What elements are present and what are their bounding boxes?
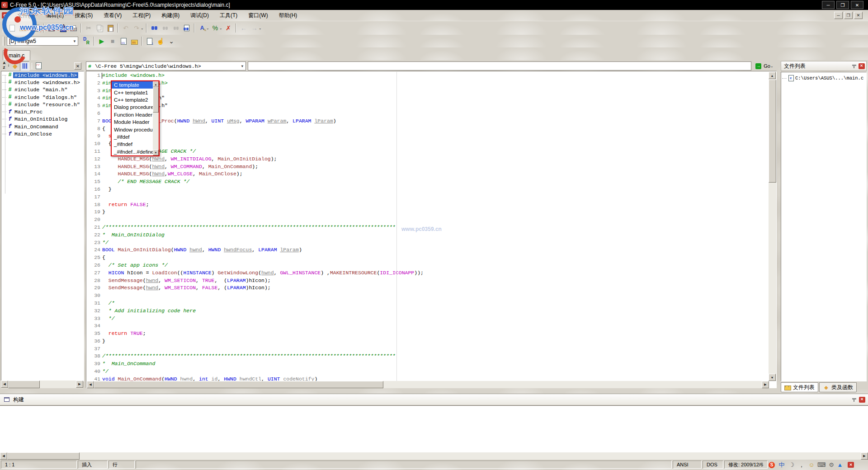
code-line[interactable]: 22* Main_OnInitDialog (87, 231, 769, 239)
pin-icon[interactable] (852, 64, 857, 69)
code-line[interactable]: 40*/ (87, 368, 769, 376)
code-line[interactable]: 9 switch (uMsg) (87, 132, 769, 140)
panel-tab-classes[interactable]: ◆类及函数 (819, 382, 857, 392)
clear-highlight-button[interactable]: ✗ (223, 23, 234, 33)
code-template-popup[interactable]: C templateC++ template1C++ template2Dial… (111, 80, 160, 156)
code-line[interactable]: 41void Main_OnCommand(HWND hwnd, int id,… (87, 376, 769, 381)
sidebar-hscrollbar[interactable]: ◀ ▶ (1, 381, 83, 388)
close-button[interactable]: ✕ (851, 1, 863, 9)
symbol-include[interactable]: ##include "dialogs.h" (1, 94, 84, 101)
redo-button[interactable]: ↷ (131, 23, 142, 33)
sort-sequence-button[interactable] (20, 61, 29, 71)
toolbar-more-button[interactable]: ⌄ (166, 36, 177, 47)
ime-chinese-mode-icon[interactable]: 中 (778, 461, 786, 469)
symbol-include[interactable]: ##include <windows.h> (1, 71, 84, 79)
scroll-up-icon[interactable]: ▲ (769, 72, 776, 79)
menu-e[interactable]: 编辑(E) (40, 10, 69, 21)
find-button[interactable] (149, 23, 160, 33)
scroll-down-icon[interactable]: ▼ (153, 150, 159, 155)
code-line[interactable]: 8{ (87, 125, 769, 133)
template-item[interactable]: Window procedure (112, 126, 153, 133)
code-line[interactable]: 31 /* (87, 300, 769, 307)
chevron-down-icon[interactable]: ▼ (239, 64, 245, 68)
code-line[interactable]: 34 (87, 322, 769, 330)
mdi-minimize-button[interactable]: ─ (834, 12, 843, 19)
scroll-right-icon[interactable]: ▶ (762, 381, 769, 388)
panel-close-icon[interactable] (859, 396, 865, 404)
template-item[interactable]: _#ifdef (112, 133, 153, 141)
symbol-function[interactable]: fMain_OnCommand (1, 123, 84, 130)
scroll-right-icon[interactable]: ▶ (76, 381, 83, 388)
symbol-function[interactable]: fMain_OnClose (1, 130, 84, 137)
menu-s[interactable]: 搜索(S) (69, 10, 98, 21)
code-line[interactable]: 17 (87, 193, 769, 201)
code-line[interactable]: 12 HANDLE_MSG(hWnd, WM_INITDIALOG, Main_… (87, 155, 769, 163)
save-button[interactable] (46, 23, 57, 33)
scroll-down-icon[interactable]: ▼ (769, 374, 776, 381)
toolbar-grip[interactable] (3, 37, 5, 46)
mdi-restore-button[interactable]: ❐ (844, 12, 853, 19)
highlight-button[interactable] (197, 23, 208, 33)
code-line[interactable]: 4#include "dialogs.h" (87, 94, 769, 102)
build-button[interactable] (129, 36, 140, 47)
code-line[interactable]: 38/*************************************… (87, 352, 769, 360)
code-line[interactable]: 36} (87, 338, 769, 345)
navigate-forward-button[interactable]: → (249, 23, 260, 33)
ime-close-icon[interactable] (847, 461, 855, 469)
new-project-button[interactable] (31, 23, 42, 33)
sidebar-close-button[interactable]: ✕ (74, 62, 81, 70)
find-next-button[interactable] (160, 23, 170, 33)
menu-t[interactable]: 工具(T) (214, 10, 243, 21)
chevron-down-icon[interactable]: ▼ (71, 39, 78, 43)
code-line[interactable]: 3#include "main.h" (87, 87, 769, 95)
build-output[interactable] (0, 405, 868, 452)
code-line[interactable]: 1#include <windows.h> (87, 72, 769, 80)
ime-softkeyboard-icon[interactable]: ⌨ (817, 461, 826, 469)
code-line[interactable]: 7BOOL CALLBACK Main_Proc(HWND hWnd, UINT… (87, 118, 769, 125)
menu-b[interactable]: 构建(B) (156, 10, 185, 21)
template-item[interactable]: _#ifndef...#define (112, 148, 153, 155)
save-all-button[interactable] (57, 23, 68, 33)
code-line[interactable]: 29 SendMessage(hwnd, WM_SETICON, FALSE, … (87, 284, 769, 292)
template-item[interactable]: C template (112, 81, 153, 89)
symbol-function[interactable]: fMain_Proc (1, 108, 84, 115)
symbol-include[interactable]: ##include "main.h" (1, 86, 84, 94)
symbol-combo[interactable]: # \C-Free 5\mingw\include\windows.h> ▼ (86, 61, 246, 70)
scroll-left-icon[interactable]: ◀ (0, 452, 7, 460)
editor-vscrollbar[interactable]: ▲ ▼ (769, 72, 776, 381)
run-button[interactable]: ▶ (96, 36, 107, 47)
code-line[interactable]: 25{ (87, 254, 769, 262)
scroll-thumb[interactable] (7, 452, 80, 460)
sort-az-button[interactable]: ↓ (2, 61, 10, 70)
code-line[interactable]: 11 /* BEGIN MESSAGE CRACK */ (87, 148, 769, 155)
code-line[interactable]: 14 HANDLE_MSG(hWnd,WM_CLOSE, Main_OnClos… (87, 170, 769, 178)
ime-expand-icon[interactable]: ▲ (836, 461, 844, 469)
compile-button[interactable] (118, 36, 129, 47)
scroll-left-icon[interactable]: ◀ (1, 381, 8, 388)
code-line[interactable]: 23*/ (87, 239, 769, 247)
ime-emoji-icon[interactable]: ☺ (807, 461, 816, 469)
code-line[interactable]: 33 */ (87, 315, 769, 323)
maximize-button[interactable]: ❐ (836, 1, 849, 9)
rebuild-button[interactable] (144, 36, 155, 47)
code-line[interactable]: 20 (87, 216, 769, 224)
find-previous-button[interactable] (170, 23, 181, 33)
scroll-up-icon[interactable]: ▲ (153, 81, 159, 87)
mdi-close-button[interactable]: ✕ (854, 12, 863, 19)
code-line[interactable]: 5#include "resource.h" (87, 102, 769, 110)
template-item[interactable]: _#ifndef (112, 141, 153, 148)
tab-main-c[interactable]: main.c (3, 50, 30, 60)
code-line[interactable]: 10 { (87, 140, 769, 148)
template-item[interactable]: Dialog procedure (112, 103, 153, 111)
file-list-item[interactable]: C:\Users\ASUS\...\main.c (781, 74, 866, 82)
code-line[interactable]: 26 /* Set app icons */ (87, 262, 769, 269)
pin-icon[interactable] (852, 397, 857, 402)
group-symbols-button[interactable]: ◆ (11, 62, 19, 70)
print-button[interactable] (68, 23, 79, 33)
scroll-thumb[interactable] (153, 87, 159, 113)
build-config-button[interactable] (81, 36, 92, 47)
symbol-function[interactable]: fMain_OnInitDialog (1, 116, 84, 123)
code-line[interactable]: 24BOOL Main_OnInitDialog(HWND hwnd, HWND… (87, 246, 769, 254)
navigate-back-button[interactable]: ← (238, 23, 249, 33)
scroll-thumb[interactable] (769, 80, 776, 183)
